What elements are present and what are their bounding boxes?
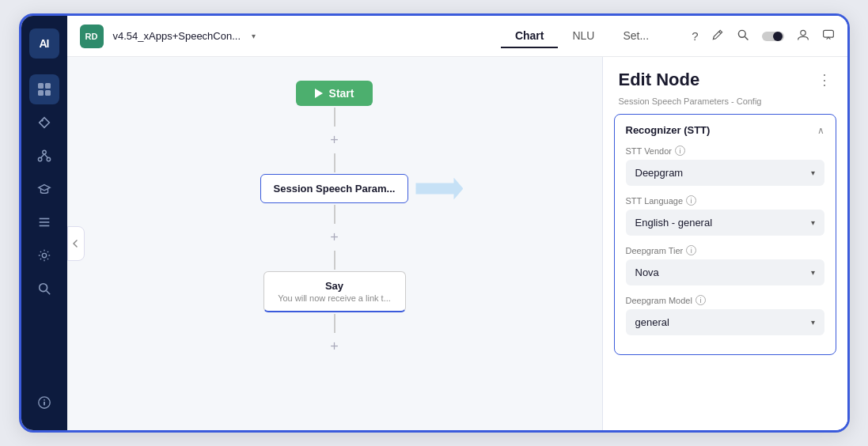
connector-4 bbox=[334, 251, 335, 270]
sidebar-icon-settings[interactable] bbox=[29, 240, 59, 270]
say-label: Say bbox=[277, 280, 392, 292]
sidebar-icon-education[interactable] bbox=[29, 174, 59, 204]
svg-point-6 bbox=[38, 157, 42, 161]
chat-icon[interactable] bbox=[822, 28, 835, 43]
svg-point-23 bbox=[773, 32, 783, 41]
start-label: Start bbox=[329, 87, 354, 100]
deepgram-tier-select[interactable]: Nova ▾ bbox=[626, 259, 824, 285]
deepgram-tier-info[interactable]: i bbox=[686, 245, 696, 255]
stt-vendor-info[interactable]: i bbox=[675, 146, 685, 156]
stt-language-group: STT Language i English - general ▾ bbox=[626, 195, 824, 236]
svg-rect-25 bbox=[823, 30, 833, 37]
stt-language-select[interactable]: English - general ▾ bbox=[626, 210, 824, 236]
tab-settings[interactable]: Set... bbox=[608, 25, 663, 48]
svg-line-9 bbox=[44, 154, 47, 158]
panel-breadcrumb: Session Speech Parameters - Config bbox=[603, 96, 847, 114]
add-node-3[interactable]: + bbox=[330, 339, 339, 353]
sidebar-icon-search[interactable] bbox=[29, 274, 59, 304]
sidebar-icon-tag[interactable] bbox=[29, 108, 59, 138]
sidebar-icon-network[interactable] bbox=[29, 141, 59, 171]
help-icon[interactable]: ? bbox=[692, 29, 698, 43]
stt-language-arrow: ▾ bbox=[811, 218, 815, 227]
session-speech-container: Session Speech Param... bbox=[260, 174, 409, 203]
sidebar-icon-grid[interactable] bbox=[29, 74, 59, 104]
tab-nlu[interactable]: NLU bbox=[558, 25, 608, 48]
connector-2 bbox=[334, 153, 335, 172]
svg-line-15 bbox=[46, 291, 50, 295]
deepgram-model-label: Deepgram Model i bbox=[626, 295, 824, 305]
svg-point-5 bbox=[42, 150, 46, 154]
project-name: v4.54_xApps+SpeechCon... bbox=[113, 30, 241, 42]
deepgram-tier-group: Deepgram Tier i Nova ▾ bbox=[626, 245, 824, 285]
project-dropdown-arrow[interactable]: ▾ bbox=[252, 32, 256, 40]
search-header-icon[interactable] bbox=[737, 28, 749, 43]
sidebar-icon-list[interactable] bbox=[29, 207, 59, 237]
deepgram-tier-label: Deepgram Tier i bbox=[626, 245, 824, 255]
tab-chart[interactable]: Chart bbox=[501, 25, 559, 48]
section-chevron[interactable]: ∧ bbox=[817, 125, 824, 136]
start-node-container: Start bbox=[296, 81, 373, 106]
node-arrow-right bbox=[415, 178, 463, 200]
say-node[interactable]: Say You will now receive a link t... bbox=[263, 271, 406, 312]
svg-line-21 bbox=[745, 36, 748, 40]
svg-line-19 bbox=[718, 32, 720, 33]
sidebar: AI bbox=[21, 16, 67, 430]
chart-area: Start + Session Speech Param... bbox=[67, 57, 602, 430]
svg-point-18 bbox=[44, 399, 45, 401]
svg-point-20 bbox=[738, 30, 745, 37]
recognizer-section: Recognizer (STT) ∧ STT Vendor i Deepgram bbox=[614, 114, 836, 355]
svg-point-7 bbox=[47, 157, 51, 161]
stt-vendor-group: STT Vendor i Deepgram ▾ bbox=[626, 146, 824, 186]
stt-vendor-select[interactable]: Deepgram ▾ bbox=[626, 160, 824, 186]
deepgram-model-info[interactable]: i bbox=[696, 295, 706, 305]
deepgram-model-select[interactable]: general ▾ bbox=[626, 309, 824, 335]
svg-point-4 bbox=[40, 119, 43, 122]
header: RD v4.54_xApps+SpeechCon... ▾ Chart NLU … bbox=[67, 16, 847, 57]
svg-point-13 bbox=[42, 253, 46, 257]
header-actions: ? bbox=[692, 28, 834, 43]
stt-vendor-arrow: ▾ bbox=[811, 168, 815, 177]
start-node[interactable]: Start bbox=[296, 81, 373, 106]
connector-1 bbox=[334, 108, 335, 127]
say-node-container: Say You will now receive a link t... bbox=[263, 271, 406, 312]
svg-rect-0 bbox=[38, 83, 44, 89]
svg-point-24 bbox=[800, 30, 805, 35]
pen-icon[interactable] bbox=[711, 28, 724, 43]
main-area: RD v4.54_xApps+SpeechCon... ▾ Chart NLU … bbox=[67, 16, 847, 430]
sidebar-icon-info[interactable] bbox=[29, 387, 59, 418]
deepgram-tier-arrow: ▾ bbox=[811, 268, 815, 277]
edit-panel: Edit Node ⋮ Session Speech Parameters - … bbox=[602, 57, 847, 430]
panel-menu-button[interactable]: ⋮ bbox=[817, 71, 832, 89]
say-sublabel: You will now receive a link t... bbox=[277, 293, 392, 303]
deepgram-model-arrow: ▾ bbox=[811, 318, 815, 327]
project-badge: RD bbox=[80, 25, 104, 48]
add-node-1[interactable]: + bbox=[330, 133, 339, 147]
svg-rect-3 bbox=[45, 90, 51, 96]
panel-header: Edit Node ⋮ bbox=[603, 57, 847, 96]
header-tabs: Chart NLU Set... bbox=[501, 25, 663, 48]
user-icon[interactable] bbox=[797, 28, 809, 43]
flow-canvas: Start + Session Speech Param... bbox=[67, 57, 602, 430]
svg-rect-1 bbox=[45, 83, 51, 89]
svg-rect-2 bbox=[38, 90, 44, 96]
stt-language-info[interactable]: i bbox=[686, 195, 696, 206]
connector-5 bbox=[334, 314, 335, 333]
sidebar-logo: AI bbox=[29, 28, 59, 59]
session-speech-label: Session Speech Param... bbox=[274, 183, 396, 195]
session-speech-node[interactable]: Session Speech Param... bbox=[260, 174, 409, 203]
add-node-2[interactable]: + bbox=[330, 230, 339, 244]
panel-body: Recognizer (STT) ∧ STT Vendor i Deepgram bbox=[603, 114, 847, 430]
connector-3 bbox=[334, 205, 335, 224]
svg-point-14 bbox=[39, 284, 47, 292]
toggle-icon[interactable] bbox=[762, 30, 784, 43]
main-card: AI bbox=[19, 13, 850, 433]
panel-title: Edit Node bbox=[619, 70, 700, 90]
section-title: Recognizer (STT) bbox=[626, 124, 711, 136]
play-icon bbox=[315, 89, 323, 98]
stt-language-label: STT Language i bbox=[626, 195, 824, 206]
collapse-panel-button[interactable] bbox=[67, 226, 85, 261]
svg-line-8 bbox=[40, 154, 44, 158]
stt-vendor-label: STT Vendor i bbox=[626, 146, 824, 156]
section-header: Recognizer (STT) ∧ bbox=[626, 124, 824, 136]
deepgram-model-group: Deepgram Model i general ▾ bbox=[626, 295, 824, 335]
